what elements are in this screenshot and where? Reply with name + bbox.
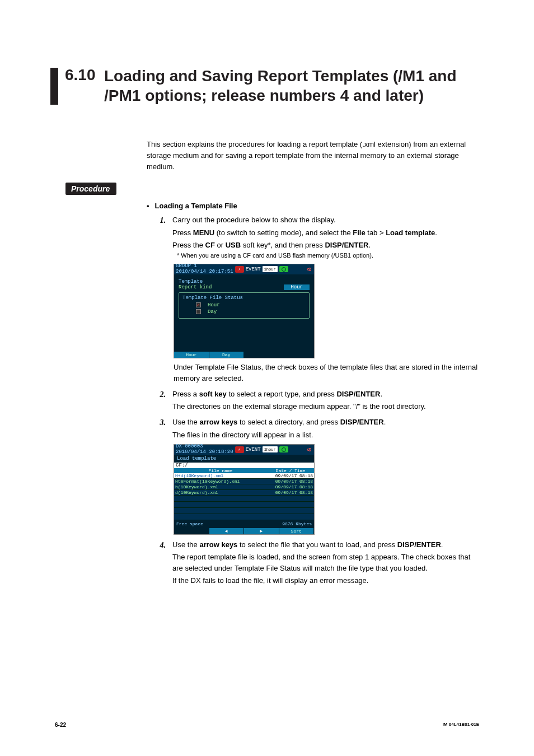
step-text: The files in the directory will appear i… bbox=[172, 430, 479, 441]
step-number: 3. bbox=[156, 417, 166, 440]
step-3: 3. Use the arrow keys to select a direct… bbox=[156, 417, 479, 440]
checkbox-label: Day bbox=[208, 309, 217, 315]
file-name-cell: H+d(10Keyword).xml bbox=[174, 473, 267, 478]
table-row-empty bbox=[174, 496, 314, 502]
checkbox-label: Hour bbox=[208, 302, 220, 308]
record-icon bbox=[279, 266, 288, 272]
alarm-icon: ⚡ bbox=[235, 446, 244, 453]
interval-badge: 1hour bbox=[263, 446, 278, 452]
alarm-icon: ⚡ bbox=[235, 266, 244, 273]
accent-bar bbox=[50, 68, 58, 105]
step-1-followup: Under Template File Status, the check bo… bbox=[174, 362, 479, 384]
panel-heading: Template File Status bbox=[182, 295, 306, 301]
table-row-empty bbox=[174, 508, 314, 514]
step-number: 4. bbox=[156, 539, 166, 587]
softkey-right[interactable]: ► bbox=[244, 528, 279, 534]
screen-title: Template bbox=[179, 279, 310, 284]
device-screenshot-2: DX-000003 2010/04/14 20:18:20 ⚡ EVENT 1h… bbox=[174, 444, 315, 535]
manual-id: IM 04L41B01-01E bbox=[443, 722, 479, 728]
softkey-hour[interactable]: Hour bbox=[174, 352, 209, 358]
softkey-empty bbox=[244, 352, 279, 358]
device-screenshot-1: GROUP 1 2010/04/14 20:17:51 ⚡ EVENT 1hou… bbox=[174, 264, 315, 358]
step-text: Use the arrow keys to select the file th… bbox=[172, 539, 479, 550]
page-number: 6-22 bbox=[55, 722, 66, 728]
sound-icon bbox=[307, 267, 312, 272]
file-date-cell: 09/09/17 08:18 bbox=[267, 473, 314, 478]
free-space-row: Free space 9876 Kbytes bbox=[174, 520, 314, 528]
file-name-cell: d(10Keyword).xml bbox=[174, 490, 267, 495]
table-row[interactable]: H+d(10Keyword).xml09/09/17 08:18 bbox=[174, 473, 314, 479]
step-text: Carry out the procedure below to show th… bbox=[172, 214, 479, 226]
record-icon bbox=[279, 446, 288, 452]
softkey-empty bbox=[174, 528, 209, 534]
screen-group: GROUP 1 2010/04/14 20:17:51 bbox=[176, 264, 233, 275]
path-field[interactable]: CF:/ bbox=[174, 463, 314, 468]
file-date-cell: 09/09/17 08:18 bbox=[267, 484, 314, 489]
file-date-cell: 09/09/17 08:18 bbox=[267, 479, 314, 484]
field-value[interactable]: Hour bbox=[284, 284, 310, 290]
subsection-heading: • Loading a Template File bbox=[147, 202, 479, 210]
bullet-icon: • bbox=[147, 202, 149, 210]
section-header: 6.10 Loading and Saving Report Templates… bbox=[50, 66, 484, 105]
procedure-label: Procedure bbox=[65, 183, 116, 195]
step-2: 2. Press a soft key to select a report t… bbox=[156, 389, 479, 412]
step-text: Use the arrow keys to select a directory… bbox=[172, 417, 479, 428]
checkbox-icon[interactable] bbox=[196, 309, 201, 314]
softkey-left[interactable]: ◄ bbox=[209, 528, 245, 534]
step-text: Press MENU (to switch to setting mode), … bbox=[172, 227, 479, 239]
table-row-empty bbox=[174, 502, 314, 508]
step-number: 2. bbox=[156, 389, 166, 412]
event-label: EVENT bbox=[246, 267, 261, 272]
table-row-empty bbox=[174, 514, 314, 520]
file-date-cell: 09/09/17 08:18 bbox=[267, 490, 314, 495]
step-number: 1. bbox=[156, 214, 166, 260]
sound-icon bbox=[307, 447, 312, 452]
step-text: If the DX fails to load the file, it wil… bbox=[172, 575, 479, 586]
softkey-bar: ◄ ► Sort bbox=[174, 528, 314, 534]
step-4: 4. Use the arrow keys to select the file… bbox=[156, 539, 479, 587]
file-name-cell: h(10Keyword).xml bbox=[174, 484, 267, 489]
screen-row: Report kind Hour bbox=[179, 284, 310, 290]
footnote: When you are using a CF card and USB fla… bbox=[177, 251, 479, 260]
step-text: The report template file is loaded, and … bbox=[172, 552, 479, 574]
screen-title: Load template bbox=[174, 455, 314, 463]
table-row[interactable]: h(10Keyword).xml09/09/17 08:18 bbox=[174, 484, 314, 490]
table-header: File name Date / Time bbox=[174, 468, 314, 473]
checkbox-row: Day bbox=[196, 309, 306, 315]
status-panel: Template File Status Hour Day bbox=[179, 292, 310, 319]
checkbox-icon[interactable] bbox=[196, 302, 201, 307]
section-number: 6.10 bbox=[65, 66, 96, 84]
subsection-title: Loading a Template File bbox=[155, 202, 237, 210]
step-1: 1. Carry out the procedure below to show… bbox=[156, 214, 479, 260]
table-row[interactable]: d(10Keyword).xml09/09/17 08:18 bbox=[174, 490, 314, 496]
step-text: Press the CF or USB soft key*, and then … bbox=[172, 240, 479, 251]
softkey-empty bbox=[279, 352, 315, 358]
table-row[interactable]: HtmFormat(10Keyword).xml09/09/17 08:18 bbox=[174, 479, 314, 484]
softkey-day[interactable]: Day bbox=[209, 352, 245, 358]
interval-badge: 1hour bbox=[263, 266, 278, 272]
page-footer: 6-22 IM 04L41B01-01E bbox=[55, 722, 479, 728]
checkbox-row: Hour bbox=[196, 302, 306, 308]
file-name-cell: HtmFormat(10Keyword).xml bbox=[174, 479, 267, 484]
screen-group: DX-000003 2010/04/14 20:18:20 bbox=[176, 444, 233, 455]
softkey-sort[interactable]: Sort bbox=[279, 528, 315, 534]
intro-paragraph: This section explains the procedures for… bbox=[147, 139, 479, 172]
softkey-bar: Hour Day bbox=[174, 351, 314, 358]
section-title: Loading and Saving Report Templates (/M1… bbox=[104, 66, 484, 105]
step-text: The directories on the external storage … bbox=[172, 401, 479, 412]
event-label: EVENT bbox=[246, 447, 261, 452]
step-text: Press a soft key to select a report type… bbox=[172, 389, 479, 400]
